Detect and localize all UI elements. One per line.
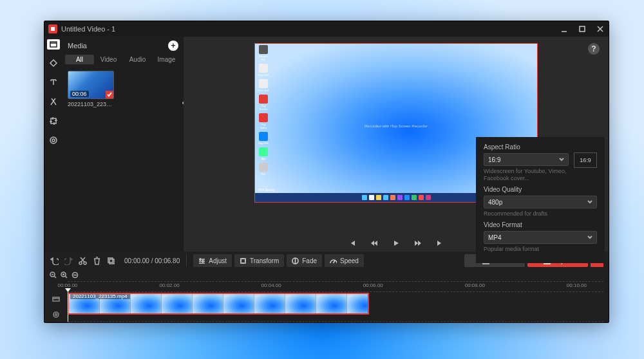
- svg-rect-0: [580, 26, 585, 32]
- maximize-icon[interactable]: [578, 24, 587, 33]
- timeline: 00:00.00 00:02.00 00:04.00 00:06.00 00:0…: [44, 270, 609, 322]
- media-thumbnail: 00:06: [68, 71, 114, 99]
- preview-desktop-icons: Recycle Bin Free Text Free Text iTop Scr…: [258, 45, 269, 176]
- rewind-icon[interactable]: [370, 239, 378, 247]
- minimize-icon[interactable]: [560, 24, 569, 33]
- chevron-down-icon: [587, 199, 592, 205]
- timeline-clip-name: 20221103_223135.mp4: [70, 293, 130, 299]
- media-used-check-icon: [106, 91, 113, 98]
- timeline-ruler[interactable]: 00:00.00 00:02.00 00:04.00 00:06.00 00:0…: [68, 281, 603, 291]
- video-quality-select[interactable]: 480p: [484, 196, 597, 208]
- chevron-down-icon: [559, 157, 564, 162]
- aspect-ratio-hint: Widescreen for Youtube, Vimeo, Facebook …: [484, 168, 569, 182]
- delete-icon[interactable]: [92, 256, 101, 265]
- sidebar-overlay-icon[interactable]: [48, 134, 59, 146]
- svg-rect-9: [241, 259, 245, 263]
- app-icon: [48, 24, 57, 33]
- sidebar-shapes-icon[interactable]: [48, 57, 59, 69]
- preview-weather: 79°F Sunny: [258, 188, 274, 192]
- svg-point-17: [53, 312, 59, 317]
- adjust-button[interactable]: Adjust: [193, 254, 232, 267]
- cut-icon[interactable]: [78, 256, 87, 265]
- media-tab-video[interactable]: Video: [94, 55, 123, 64]
- media-tabs: All Video Audio Image: [62, 55, 184, 67]
- svg-rect-2: [51, 118, 56, 124]
- close-icon[interactable]: [596, 24, 605, 33]
- play-icon[interactable]: [392, 239, 400, 247]
- forward-icon[interactable]: [414, 239, 422, 247]
- zoom-fit-icon[interactable]: [71, 272, 79, 280]
- zoom-out-icon[interactable]: [50, 272, 57, 280]
- media-panel-title: Media: [68, 42, 87, 50]
- title-bar[interactable]: Untitled Video - 1: [44, 21, 609, 37]
- speed-button[interactable]: Speed: [325, 254, 364, 267]
- media-tab-audio[interactable]: Audio: [123, 55, 152, 64]
- video-track-icon[interactable]: [44, 291, 68, 307]
- sidebar-media-icon[interactable]: [47, 39, 60, 50]
- export-settings-panel: Aspect Ratio 16:9 Widescreen for Youtube…: [476, 137, 605, 263]
- svg-rect-7: [108, 258, 113, 262]
- svg-point-3: [50, 137, 57, 143]
- media-item-name: 20221103_223135.mp4: [68, 101, 114, 107]
- redo-icon[interactable]: [64, 256, 73, 265]
- playhead[interactable]: [68, 292, 68, 322]
- video-format-label: Video Format: [484, 221, 597, 228]
- add-media-button[interactable]: +: [168, 41, 178, 51]
- transform-button[interactable]: Transform: [234, 254, 284, 267]
- prev-icon[interactable]: [348, 239, 356, 247]
- zoom-in-icon[interactable]: [61, 272, 68, 280]
- preview-watermark: Recorded with iTop Screen Recorder: [365, 124, 428, 128]
- chevron-down-icon: [587, 235, 592, 240]
- app-window: Untitled Video - 1 Media + All Video: [44, 21, 609, 323]
- svg-rect-8: [109, 259, 114, 264]
- duplicate-icon[interactable]: [106, 256, 115, 265]
- time-display: 00:00.00 / 00:06.80: [124, 257, 180, 264]
- media-duration: 00:06: [70, 91, 89, 97]
- video-format-select[interactable]: MP4: [484, 231, 597, 244]
- window-title: Untitled Video - 1: [61, 25, 115, 33]
- aspect-ratio-label: Aspect Ratio: [484, 143, 569, 151]
- aspect-ratio-select[interactable]: 16:9: [484, 153, 569, 166]
- audio-track-icon[interactable]: [44, 307, 68, 322]
- video-format-hint: Popular media format: [484, 246, 597, 253]
- svg-point-5: [79, 262, 82, 264]
- next-icon[interactable]: [436, 239, 444, 247]
- fade-button[interactable]: Fade: [287, 254, 322, 267]
- svg-rect-1: [50, 42, 57, 47]
- sidebar-crop-icon[interactable]: [48, 115, 59, 127]
- video-quality-hint: Recommended for drafts: [484, 210, 597, 217]
- media-item[interactable]: 00:06 20221103_223135.mp4: [68, 71, 114, 107]
- svg-point-4: [52, 139, 55, 142]
- sidebar-text-icon[interactable]: [48, 77, 59, 88]
- timeline-track[interactable]: 20221103_223135.mp4: [68, 291, 603, 322]
- media-panel: Media + All Video Audio Image 00:06 2022…: [62, 37, 184, 252]
- video-quality-label: Video Quality: [484, 186, 597, 193]
- aspect-ratio-badge: 16:9: [574, 152, 597, 168]
- svg-point-18: [55, 314, 57, 316]
- media-tab-all[interactable]: All: [65, 55, 94, 64]
- svg-point-6: [84, 262, 86, 264]
- media-tab-image[interactable]: Image: [152, 55, 181, 64]
- undo-icon[interactable]: [50, 256, 59, 265]
- timeline-clip[interactable]: 20221103_223135.mp4: [68, 293, 369, 315]
- sidebar-sticker-icon[interactable]: [48, 96, 59, 107]
- sidebar-rail: [44, 37, 62, 252]
- svg-rect-16: [53, 297, 59, 301]
